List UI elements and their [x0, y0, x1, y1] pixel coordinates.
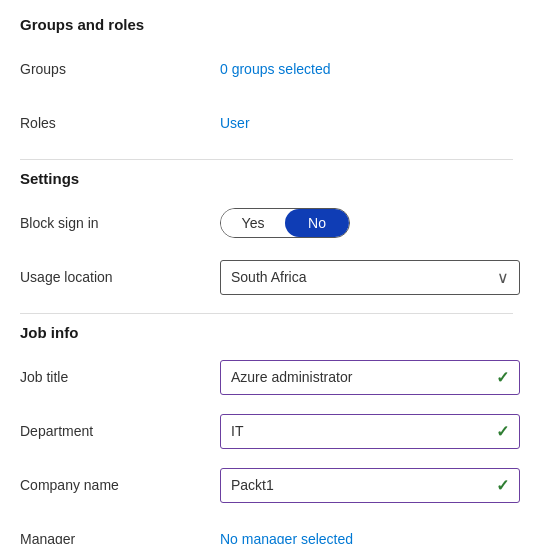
block-signin-toggle[interactable]: Yes No: [220, 208, 513, 238]
job-info-section: Job info Job title Azure administrator ✓…: [20, 313, 513, 544]
department-input[interactable]: IT ✓: [220, 414, 520, 449]
job-title-field[interactable]: Azure administrator ✓: [220, 360, 520, 395]
usage-location-dropdown[interactable]: South Africa ∨: [220, 260, 520, 295]
department-field[interactable]: IT ✓: [220, 414, 520, 449]
chevron-down-icon: ∨: [497, 268, 509, 287]
checkmark-icon: ✓: [496, 368, 509, 387]
usage-location-value: South Africa: [231, 269, 307, 285]
company-name-label: Company name: [20, 477, 220, 493]
block-signin-label: Block sign in: [20, 215, 220, 231]
manager-label: Manager: [20, 531, 220, 544]
job-title-row: Job title Azure administrator ✓: [20, 359, 513, 395]
usage-location-row: Usage location South Africa ∨: [20, 259, 513, 295]
block-signin-row: Block sign in Yes No: [20, 205, 513, 241]
company-name-input[interactable]: Packt1 ✓: [220, 468, 520, 503]
groups-row: Groups 0 groups selected: [20, 51, 513, 87]
job-title-label: Job title: [20, 369, 220, 385]
settings-title: Settings: [20, 159, 513, 193]
manager-link[interactable]: No manager selected: [220, 531, 353, 544]
usage-location-label: Usage location: [20, 269, 220, 285]
manager-value: No manager selected: [220, 531, 513, 544]
department-value: IT: [231, 423, 243, 439]
department-label: Department: [20, 423, 220, 439]
checkmark-icon-company: ✓: [496, 476, 509, 495]
roles-link[interactable]: User: [220, 115, 250, 131]
usage-location-select[interactable]: South Africa ∨: [220, 260, 520, 295]
manager-row: Manager No manager selected: [20, 521, 513, 544]
groups-roles-title: Groups and roles: [20, 16, 513, 39]
company-name-value: Packt1: [231, 477, 274, 493]
groups-link[interactable]: 0 groups selected: [220, 61, 331, 77]
department-row: Department IT ✓: [20, 413, 513, 449]
yes-no-toggle[interactable]: Yes No: [220, 208, 350, 238]
roles-row: Roles User: [20, 105, 513, 141]
checkmark-icon-dept: ✓: [496, 422, 509, 441]
groups-label: Groups: [20, 61, 220, 77]
job-title-value: Azure administrator: [231, 369, 352, 385]
toggle-yes[interactable]: Yes: [221, 209, 285, 237]
toggle-no[interactable]: No: [285, 209, 349, 237]
settings-section: Settings Block sign in Yes No Usage loca…: [20, 159, 513, 295]
groups-roles-section: Groups and roles Groups 0 groups selecte…: [20, 16, 513, 141]
groups-value: 0 groups selected: [220, 61, 513, 77]
roles-value: User: [220, 115, 513, 131]
company-name-field[interactable]: Packt1 ✓: [220, 468, 520, 503]
company-name-row: Company name Packt1 ✓: [20, 467, 513, 503]
roles-label: Roles: [20, 115, 220, 131]
job-title-input[interactable]: Azure administrator ✓: [220, 360, 520, 395]
job-info-title: Job info: [20, 313, 513, 347]
